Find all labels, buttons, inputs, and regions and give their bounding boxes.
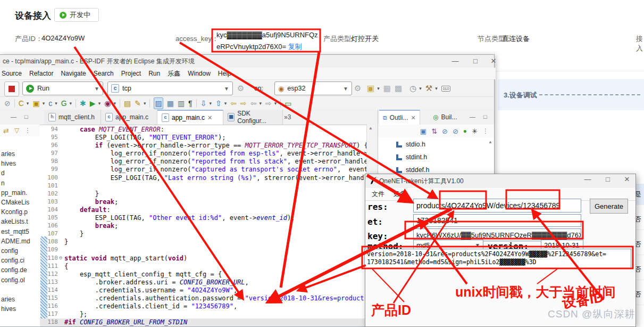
close-icon[interactable]: ✕: [207, 115, 212, 121]
editor-tab-app_main.c[interactable]: capp_main.c: [101, 110, 157, 125]
menu-file[interactable]: 文件: [372, 190, 384, 199]
eclipse-titlebar[interactable]: ce - tcp/main/app_main.c - ESP-IDF 开发者的 …: [0, 55, 494, 68]
token-titlebar[interactable]: OneNET-token计算工具V1.00 — □ ✕: [365, 174, 635, 188]
explorer-item[interactable]: config: [1, 247, 18, 255]
save-icon[interactable]: ▦: [383, 82, 391, 95]
maximize-view-icon[interactable]: □: [24, 113, 28, 120]
stop-button[interactable]: [4, 81, 19, 96]
menu-Navigate[interactable]: Navigate: [61, 70, 86, 77]
scroll-up-icon[interactable]: ▲: [369, 126, 373, 130]
generate-icon[interactable]: G: [61, 98, 67, 109]
back-gray-icon[interactable]: ⇦: [250, 98, 257, 109]
explorer-item[interactable]: hives: [1, 160, 16, 167]
maximize-icon[interactable]: □: [468, 56, 483, 67]
hide-static-icon[interactable]: ⊘: [453, 127, 458, 135]
new-folder-icon[interactable]: ▣: [32, 98, 39, 109]
sort-icon[interactable]: ⇅: [431, 127, 437, 135]
res-input[interactable]: products/4O24Z4Yo9W/devices/123456789: [413, 199, 581, 212]
tab-build[interactable]: ◎ Buil...: [429, 110, 461, 125]
run-icon[interactable]: ▶: [90, 98, 96, 109]
outline-item[interactable]: stddef.h: [396, 166, 429, 174]
edit-icon[interactable]: ✎: [135, 98, 141, 109]
generate-button[interactable]: Generate: [590, 199, 628, 214]
explorer-item[interactable]: aries: [1, 150, 15, 158]
explorer-item[interactable]: est_mqtt5: [1, 228, 29, 235]
next-annotation-icon[interactable]: ⇩: [200, 98, 207, 109]
explorer-item[interactable]: ADME.md: [1, 238, 30, 245]
menu-Refactor[interactable]: Refactor: [29, 70, 53, 77]
new-class-icon[interactable]: C: [19, 98, 24, 109]
minimize-view-icon[interactable]: —: [11, 113, 16, 120]
link-editor-icon[interactable]: ▦: [167, 98, 174, 109]
link-with-editor-icon[interactable]: ⇄: [3, 127, 9, 135]
explorer-item[interactable]: config.de: [1, 266, 27, 274]
close-icon[interactable]: ✕: [486, 56, 501, 67]
new-cfile-icon[interactable]: c: [48, 98, 52, 109]
explorer-item[interactable]: akeLists.t: [1, 218, 28, 225]
forward-gray-icon[interactable]: ⇨: [265, 98, 272, 109]
prev-annotation-icon[interactable]: ⇧: [215, 98, 222, 109]
minimize-icon[interactable]: —: [448, 56, 463, 67]
explorer-item[interactable]: Kconfig.p: [1, 208, 28, 216]
launch-config-combo[interactable]: Run ▼: [22, 81, 103, 95]
tab-outline[interactable]: ⧉ Outli... ✕: [379, 110, 420, 125]
menu-Help[interactable]: Help: [218, 70, 231, 77]
code-area[interactable]: 94 case MQTT_EVENT_ERROR:95 ESP_LOGI(TAG…: [40, 125, 375, 326]
skip-breakpoints-icon[interactable]: ⊘: [4, 98, 11, 109]
explorer-item[interactable]: pp_main.: [1, 189, 27, 197]
collapse-all-icon[interactable]: ▣: [420, 127, 426, 135]
fold-icon[interactable]: ⊖: [59, 255, 62, 260]
maximize-view-icon[interactable]: □: [483, 113, 487, 120]
filter-icon[interactable]: ▽: [14, 127, 19, 134]
history-icon[interactable]: ◷: [409, 82, 416, 95]
save-all-icon[interactable]: ▩: [395, 82, 402, 95]
pilcrow-icon[interactable]: ¶: [188, 98, 193, 109]
menu-more[interactable]: 更多: [393, 190, 406, 199]
explorer-item[interactable]: config.ol: [1, 276, 25, 284]
maximize-icon[interactable]: □: [600, 174, 615, 185]
token-output[interactable]: version=2018-10-31&res=products%2F4O24Z4…: [364, 249, 631, 268]
show-whitespace-icon[interactable]: ▥: [178, 98, 185, 109]
editor-tab-mqtt_client.h[interactable]: hmqtt_client.h: [44, 110, 101, 125]
explorer-item[interactable]: hives: [1, 305, 16, 313]
coverage-icon[interactable]: ◉: [104, 98, 111, 109]
menu-乐鑫[interactable]: 乐鑫: [168, 69, 180, 78]
outline-item[interactable]: stdio.h: [396, 141, 425, 148]
minimize-icon[interactable]: —: [580, 174, 595, 185]
gear-icon[interactable]: ⚙: [237, 84, 244, 93]
copy-access-key-link[interactable]: 复制: [288, 43, 302, 51]
outline-item[interactable]: stdint.h: [396, 153, 427, 161]
pin-editor-icon[interactable]: ▭: [285, 98, 291, 109]
explorer-item[interactable]: CMakeLis: [1, 199, 29, 206]
scroll-up-icon[interactable]: ▲: [488, 140, 492, 144]
close-icon[interactable]: ✕: [411, 115, 416, 121]
editor-tab-app_main.c[interactable]: capp_main.c✕: [157, 110, 223, 125]
view-menu-icon[interactable]: ⋮: [24, 127, 31, 134]
menu-Run[interactable]: Run: [148, 70, 160, 77]
explorer-item[interactable]: config.ci: [1, 257, 24, 264]
target-device-combo[interactable]: ◉ esp32 ▼: [274, 81, 352, 95]
project-combo[interactable]: c tcp ▼: [107, 81, 233, 95]
new-wizard-icon[interactable]: ▣: [367, 82, 374, 95]
menu-Search[interactable]: Search: [94, 70, 114, 77]
forward-icon[interactable]: ⇨: [240, 98, 247, 109]
menu-Window[interactable]: Window: [188, 70, 211, 77]
minimize-view-icon[interactable]: —: [470, 113, 475, 120]
editor-tab-SDK Configur...[interactable]: ▦SDK Configur...: [223, 110, 283, 125]
explorer-item[interactable]: aries: [1, 296, 15, 303]
mark-occurrences-icon[interactable]: ▨: [154, 97, 163, 109]
binary-icon[interactable]: 010: [441, 86, 451, 92]
hidden-editors-count[interactable]: »3: [284, 113, 291, 121]
gear-icon[interactable]: ⚙: [354, 84, 361, 93]
hide-fields-icon[interactable]: ⊘: [442, 127, 448, 135]
back-icon[interactable]: ⇦: [230, 98, 237, 109]
build-icon[interactable]: ⚒: [425, 82, 432, 95]
hide-inactive-icon[interactable]: ✳: [472, 127, 478, 135]
open-element-icon[interactable]: ▤: [124, 98, 131, 109]
explorer-item[interactable]: d: [1, 169, 5, 177]
view-menu-icon[interactable]: ⋮: [482, 127, 489, 135]
et-input[interactable]: 1730182541: [413, 214, 581, 227]
menu-Source[interactable]: Source: [2, 70, 22, 77]
close-icon[interactable]: ✕: [620, 174, 634, 185]
menu-Project[interactable]: Project: [121, 70, 141, 77]
